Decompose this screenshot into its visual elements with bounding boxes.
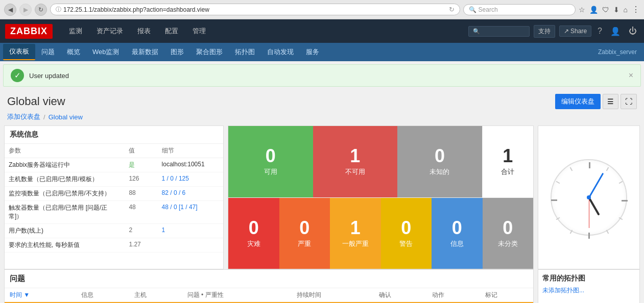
status-cell-upper: 1合计 [482, 126, 533, 197]
problems-table: 时间 ▼信息主机问题 • 严重性持续时间确认动作标记 [5, 288, 533, 303]
sysinfo-row: 要求的主机性能, 每秒新值1.27 [5, 238, 223, 252]
status-cell-lower: 0信息 [432, 198, 483, 269]
reload-button[interactable]: ↻ [35, 4, 47, 16]
nav-reports[interactable]: 报表 [131, 23, 157, 39]
col-param: 参数 [5, 144, 125, 158]
status-grid-upper: 0可用1不可用0未知的1合计 [228, 126, 533, 197]
bookmark-icon[interactable]: ☆ [579, 6, 585, 14]
nav-config[interactable]: 配置 [159, 23, 184, 39]
subnav-problems[interactable]: 问题 [35, 44, 61, 60]
status-cell-upper: 0可用 [228, 126, 313, 197]
forward-button[interactable]: ▶ [19, 4, 32, 16]
server-name: Zabbix_server [598, 48, 641, 56]
sysinfo-row: 用户数(线上)21 [5, 224, 223, 238]
subnav-graphs[interactable]: 图形 [164, 44, 190, 60]
expand-button[interactable]: ⛶ [621, 94, 637, 109]
user-button[interactable]: 👤 [608, 24, 623, 38]
subnav-overview[interactable]: 概览 [61, 44, 86, 60]
problem-col-header: 主机 [129, 288, 182, 302]
browser-search[interactable]: 🔍 Search [463, 4, 576, 15]
share-icon: ↗ [564, 28, 569, 35]
topology-panel: 常用的拓扑图 未添加拓扑图... [538, 269, 640, 303]
subnav-latest[interactable]: 最新数据 [126, 44, 164, 60]
browser-action-icons: ☆ 👤 🛡 ⬇ ⌂ ⋮ [579, 5, 640, 14]
sysinfo-param: 触发器数量（已启用/已禁用 [问题/正常]） [5, 201, 125, 224]
add-topology-link[interactable]: 未添加拓扑图... [542, 286, 635, 295]
problem-col-header[interactable]: 时间 ▼ [5, 288, 76, 302]
status-count: 0 [266, 147, 276, 165]
main-navigation: 监测 资产记录 报表 配置 管理 [63, 23, 468, 39]
logout-button[interactable]: ⏻ [627, 24, 639, 38]
status-cell-upper: 0未知的 [397, 126, 482, 197]
status-label: 灾难 [247, 239, 260, 248]
clock-center-dot [587, 195, 591, 199]
sysinfo-row: 监控项数量（已启用/已禁用/不支持）8882 / 0 / 6 [5, 187, 223, 201]
success-icon: ✓ [11, 69, 24, 82]
download-icon[interactable]: ⬇ [613, 6, 619, 14]
sysinfo-param: 监控项数量（已启用/已禁用/不支持） [5, 187, 125, 201]
status-grid-lower: 0灾难0严重1一般严重0警告0信息0未分类 [228, 197, 533, 269]
support-button[interactable]: 支持 [534, 25, 555, 38]
sysinfo-param: 主机数量（已启用/已禁用/模板） [5, 172, 125, 187]
subnav-topology[interactable]: 拓扑图 [229, 44, 261, 60]
nav-assets[interactable]: 资产记录 [90, 23, 129, 39]
status-grid-panel: 0可用1不可用0未知的1合计 0灾难0严重1一般严重0警告0信息0未分类 [228, 125, 534, 269]
subnav-autodiscovery[interactable]: 自动发现 [261, 44, 300, 60]
main-content: 系统信息 参数 值 细节 Zabbix服务器端运行中是localhost:100… [0, 125, 644, 269]
account-icon[interactable]: 👤 [589, 6, 598, 14]
share-button[interactable]: ↗ Share [559, 26, 591, 37]
bottom-row: 问题 时间 ▼信息主机问题 • 严重性持续时间确认动作标记 常用的拓扑图 未添加… [4, 269, 640, 303]
share-label: Share [570, 28, 587, 35]
topology-title: 常用的拓扑图 [542, 274, 635, 283]
subnav-dashboard[interactable]: 仪表板 [3, 44, 35, 60]
problem-col-header: 标记 [480, 288, 533, 302]
url-bar[interactable]: ⓘ 172.25.1.1/zabbix/zabbix.php?action=da… [50, 4, 460, 15]
sysinfo-row: 触发器数量（已启用/已禁用 [问题/正常]）4848 / 0 [1 / 47] [5, 201, 223, 224]
status-label: 可用 [264, 167, 277, 176]
status-label: 未知的 [430, 167, 449, 176]
home-icon[interactable]: ⌂ [624, 6, 628, 14]
breadcrumb: 添加仪表盘 / Global view [0, 111, 644, 125]
sysinfo-detail [158, 238, 223, 252]
clock-second-hand [589, 197, 589, 228]
col-val: 值 [125, 144, 157, 158]
sysinfo-detail: 48 / 0 [1 / 47] [158, 201, 223, 224]
url-text: 172.25.1.1/zabbix/zabbix.php?action=dash… [63, 6, 209, 13]
sysinfo-detail: localhost:10051 [158, 158, 223, 172]
status-label: 严重 [298, 239, 311, 248]
back-button[interactable]: ◀ [4, 4, 16, 16]
search-icon: 🔍 [469, 6, 476, 13]
status-count: 0 [435, 147, 445, 165]
close-notification-button[interactable]: × [629, 71, 633, 80]
breadcrumb-add-link[interactable]: 添加仪表盘 [7, 112, 40, 121]
clock-panel [538, 125, 640, 269]
shield-icon: 🛡 [602, 6, 609, 14]
problem-panel: 问题 时间 ▼信息主机问题 • 严重性持续时间确认动作标记 [4, 269, 534, 303]
sysinfo-value: 1.27 [125, 238, 157, 252]
subnav-web[interactable]: Web监测 [86, 44, 126, 60]
system-info-panel: 系统信息 参数 值 细节 Zabbix服务器端运行中是localhost:100… [4, 125, 224, 269]
status-count: 0 [401, 219, 411, 237]
sysinfo-value: 126 [125, 172, 157, 187]
status-label: 警告 [399, 239, 413, 248]
breadcrumb-separator: / [43, 113, 45, 121]
subnav-service[interactable]: 服务 [300, 44, 325, 60]
problems-title: 问题 [5, 270, 533, 288]
header-right: 🔍 支持 ↗ Share ? 👤 ⏻ [468, 24, 639, 38]
nav-admin[interactable]: 管理 [186, 23, 212, 39]
clock-hour-hand [588, 197, 600, 216]
menu-icon[interactable]: ⋮ [632, 5, 640, 14]
status-cell-lower: 0灾难 [228, 198, 279, 269]
status-count: 0 [299, 219, 309, 237]
subnav-composite[interactable]: 聚合图形 [190, 44, 229, 60]
status-label: 一般严重 [342, 239, 369, 248]
nav-monitor[interactable]: 监测 [63, 23, 88, 39]
list-view-button[interactable]: ☰ [603, 94, 618, 109]
notification-bar: ✓ User updated × [3, 64, 641, 87]
edit-dashboard-button[interactable]: 编辑仪表盘 [555, 94, 601, 109]
status-count: 1 [350, 147, 360, 165]
header-search-box[interactable]: 🔍 [468, 26, 530, 37]
help-button[interactable]: ? [595, 24, 604, 38]
status-cell-upper: 1不可用 [313, 126, 398, 197]
sysinfo-value: 2 [125, 224, 157, 238]
